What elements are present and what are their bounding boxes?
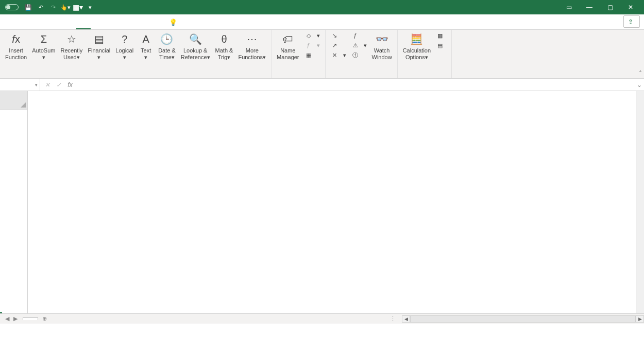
evaluate-formula-button[interactable]: ⓕ <box>349 50 369 60</box>
calc-sheet-icon: ▤ <box>436 41 444 49</box>
tab-file[interactable] <box>4 22 19 29</box>
tab-page-layout[interactable] <box>62 22 76 29</box>
ribbon-display-icon[interactable]: ▭ <box>558 0 579 14</box>
calculation-options-button[interactable]: 🧮CalculationOptions▾ <box>401 31 433 62</box>
tab-insert[interactable] <box>33 22 47 29</box>
touch-mode-icon[interactable]: 👆▾ <box>60 2 71 13</box>
cancel-formula-icon[interactable]: ✕ <box>42 80 53 90</box>
trace-precedents-button[interactable]: ↘ <box>329 31 348 40</box>
enter-formula-icon[interactable]: ✓ <box>54 80 64 90</box>
precedents-icon: ↘ <box>331 31 339 40</box>
title-bar: 💾 ↶ ↷ 👆▾ ▦▾ ▾ ▭ — ▢ ✕ <box>0 0 644 14</box>
vertical-scrollbar[interactable] <box>636 91 644 313</box>
text-button[interactable]: AText▾ <box>137 31 155 62</box>
math-trig-button[interactable]: θMath &Trig▾ <box>213 31 235 62</box>
name-box[interactable] <box>0 79 40 91</box>
qat-more-icon[interactable]: ▦▾ <box>72 2 83 13</box>
ribbon-tabs: 💡 ⇪ <box>0 14 644 30</box>
fx-small-icon: ƒ <box>304 41 313 49</box>
sheet-tab-bar: ◀ ▶ ⊕ ⋮ ◀ ▶ <box>0 313 644 324</box>
dependents-icon: ↗ <box>331 41 339 49</box>
formula-bar: ✕ ✓ fx ⌄ <box>0 79 644 91</box>
more-icon: ⋯ <box>245 32 259 46</box>
close-icon[interactable]: ✕ <box>620 0 641 14</box>
recently-used-button[interactable]: ☆RecentlyUsed▾ <box>58 31 84 62</box>
evaluate-icon: ⓕ <box>351 51 360 59</box>
new-sheet-button[interactable]: ⊕ <box>38 314 51 323</box>
minimize-icon[interactable]: — <box>579 0 600 14</box>
watch-icon: 👓 <box>375 32 389 46</box>
group-label <box>329 76 394 77</box>
group-label <box>275 76 321 77</box>
fx-icon: fx <box>9 32 23 46</box>
show-formulas-icon: ƒ <box>351 31 360 40</box>
redo-icon[interactable]: ↷ <box>47 2 59 13</box>
qat-customize-icon[interactable]: ▾ <box>84 2 96 13</box>
collapse-ribbon-icon[interactable]: ˄ <box>639 70 642 77</box>
remove-arrows-button[interactable]: ✕ ▾ <box>329 50 348 60</box>
star-icon: ☆ <box>64 32 79 46</box>
sheet-tab[interactable] <box>23 317 38 320</box>
save-icon[interactable]: 💾 <box>23 2 34 13</box>
select-all-button[interactable] <box>0 91 27 110</box>
share-icon: ⇪ <box>628 18 633 25</box>
remove-arrows-icon: ✕ <box>331 51 339 59</box>
calculator-icon: 🧮 <box>410 32 424 46</box>
use-in-formula-button[interactable]: ƒ ▾ <box>302 41 322 50</box>
clock-icon: 🕒 <box>160 32 174 46</box>
grid-icon: ▦ <box>304 51 313 59</box>
lookup-icon: 🔍 <box>188 32 202 46</box>
date-time-button[interactable]: 🕒Date &Time▾ <box>156 31 178 62</box>
ribbon: fxInsertFunction ΣAutoSum▾ ☆RecentlyUsed… <box>0 30 644 79</box>
group-label <box>401 76 448 77</box>
theta-icon: θ <box>217 32 231 46</box>
tab-draw[interactable] <box>47 22 62 29</box>
logical-button[interactable]: ?Logical▾ <box>113 31 135 62</box>
sheet-nav-prev-icon[interactable]: ◀ <box>5 315 9 322</box>
calculate-now-button[interactable]: ▦ <box>434 31 448 40</box>
undo-icon[interactable]: ↶ <box>35 2 46 13</box>
lookup-ref-button[interactable]: 🔍Lookup &Reference▾ <box>179 31 212 62</box>
logical-icon: ? <box>117 32 132 46</box>
tag-icon: 🏷 <box>281 32 295 46</box>
tab-review[interactable] <box>105 22 120 29</box>
share-button[interactable]: ⇪ <box>623 15 640 28</box>
sheet-nav-next-icon[interactable]: ▶ <box>13 315 18 322</box>
autosave-toggle[interactable] <box>3 4 19 10</box>
financial-button[interactable]: ▤Financial▾ <box>86 31 112 62</box>
tab-developer[interactable] <box>134 22 148 29</box>
error-icon: ⚠ <box>351 41 360 49</box>
tab-data[interactable] <box>91 22 105 29</box>
create-from-selection-button[interactable]: ▦ <box>302 50 322 60</box>
trace-dependents-button[interactable]: ↗ <box>329 41 348 50</box>
text-icon: A <box>139 32 153 46</box>
tell-me[interactable]: 💡 <box>169 19 180 29</box>
sigma-icon: Σ <box>37 32 51 46</box>
fx-icon[interactable]: fx <box>65 80 75 90</box>
money-icon: ▤ <box>92 32 106 46</box>
bulb-icon: 💡 <box>169 19 177 26</box>
error-checking-button[interactable]: ⚠ ▾ <box>349 41 369 50</box>
name-manager-button[interactable]: 🏷NameManager <box>275 31 301 62</box>
define-name-button[interactable]: ◇ ▾ <box>302 31 322 40</box>
tab-home[interactable] <box>19 22 33 29</box>
autosum-button[interactable]: ΣAutoSum▾ <box>30 31 57 62</box>
watch-window-button[interactable]: 👓WatchWindow <box>370 31 394 62</box>
show-formulas-button[interactable]: ƒ <box>349 31 369 40</box>
tab-view[interactable] <box>120 22 134 29</box>
formula-input[interactable] <box>77 79 635 91</box>
tag-small-icon: ◇ <box>304 31 313 40</box>
group-label <box>3 76 268 77</box>
tab-formulas[interactable] <box>76 22 91 29</box>
horizontal-scrollbar[interactable]: ◀ ▶ <box>402 315 644 323</box>
calc-now-icon: ▦ <box>436 31 444 40</box>
expand-formula-icon[interactable]: ⌄ <box>635 81 644 88</box>
worksheet <box>0 91 644 313</box>
calculate-sheet-button[interactable]: ▤ <box>434 41 448 50</box>
insert-function-button[interactable]: fxInsertFunction <box>3 31 29 62</box>
maximize-icon[interactable]: ▢ <box>600 0 620 14</box>
tab-help[interactable] <box>148 22 163 29</box>
more-functions-button[interactable]: ⋯MoreFunctions▾ <box>236 31 268 62</box>
